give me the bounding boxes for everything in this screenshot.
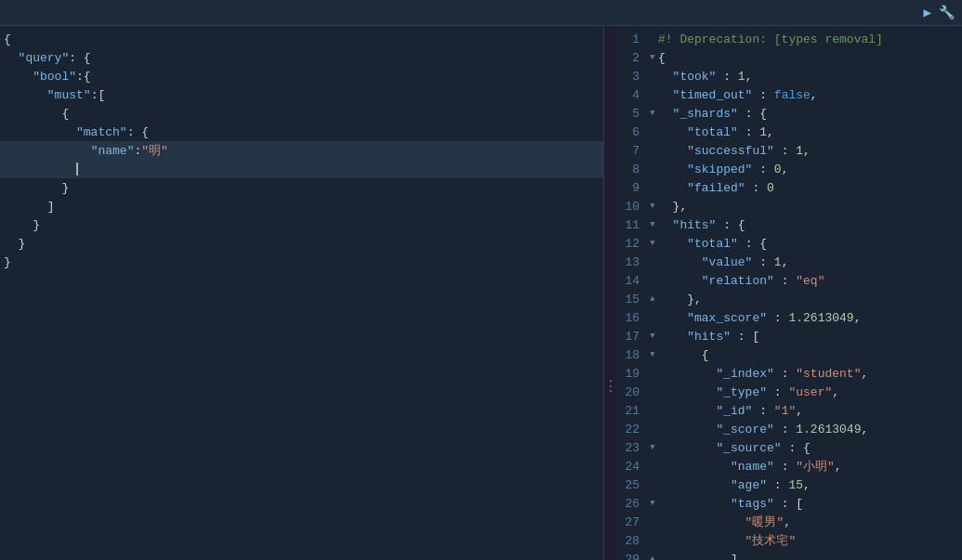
code-token-punct: :{ [76,70,91,84]
line-content: "match": { [76,125,149,139]
code-token-punct: }, [658,200,687,214]
fold-toggle[interactable] [647,480,658,489]
line-number: 6 [621,125,647,139]
right-line: 22 "_score" : 1.2613049, [617,420,962,438]
right-line: 28 "技术宅" [617,531,962,550]
code-token-key: "hits" [658,218,716,232]
fold-toggle[interactable]: ▼ [647,220,658,229]
code-token-number: 15 [788,478,803,492]
fold-toggle[interactable] [647,164,658,174]
code-token-key: "_type" [658,385,767,399]
fold-toggle[interactable]: ▼ [647,202,658,211]
fold-toggle[interactable] [647,462,658,471]
line-number: 2 [621,51,647,65]
line-number: 24 [621,460,647,474]
code-token-punct: , [796,404,803,418]
right-line: 18▼ { [617,345,962,364]
code-token-punct: , [810,88,818,102]
left-line [0,160,603,178]
fold-toggle[interactable]: ▼ [647,443,658,452]
code-token-punct: : [774,460,796,474]
line-content: }, [658,200,687,214]
fold-toggle[interactable] [647,146,658,155]
line-content: "max_score" : 1.2613049, [658,311,861,325]
code-token-punct: } [19,237,26,251]
line-number: 3 [621,70,647,84]
fold-toggle[interactable] [647,183,658,192]
line-content: "_source" : { [658,441,810,455]
fold-toggle[interactable] [647,424,658,434]
fold-toggle[interactable]: ▼ [647,350,658,359]
line-content: #! Deprecation: [types removal] [658,33,883,46]
code-token-punct: : { [738,237,767,251]
line-number: 14 [621,274,647,288]
fold-toggle[interactable] [647,406,658,415]
left-line: { [0,30,603,48]
fold-toggle[interactable] [647,369,658,378]
code-token-punct: : [767,385,788,399]
right-line: 17▼ "hits" : [ [617,327,962,345]
line-content: } [33,218,40,232]
code-token-key: "total" [658,125,738,139]
code-token-punct: , [745,70,753,84]
right-line: 5▼ "_shards" : { [617,104,962,123]
fold-toggle[interactable]: ▼ [647,109,658,118]
right-line: 20 "_type" : "user", [617,383,962,401]
code-token-key: "must" [47,88,91,102]
fold-toggle[interactable]: ▼ [647,499,658,508]
query-editor[interactable]: { "query": { "bool":{ "must":[ { "match"… [0,26,604,560]
code-token-punct: : [752,163,773,176]
code-token-punct: : [774,423,796,436]
left-line: "must":[ [0,85,603,104]
code-token-punct: : { [782,441,810,455]
line-content: "_score" : 1.2613049, [658,423,868,436]
code-token-punct: : [767,311,788,325]
fold-toggle[interactable]: ▲ [647,554,658,560]
code-token-punct: { [4,33,11,46]
fold-toggle[interactable] [647,257,658,267]
left-line: "bool":{ [0,67,603,85]
fold-toggle[interactable] [647,387,658,397]
code-token-punct: } [33,218,40,232]
code-token-punct: } [61,181,69,195]
fold-toggle[interactable] [647,536,658,545]
right-line: 27 "暖男", [617,513,962,531]
fold-toggle[interactable]: ▼ [647,53,658,62]
code-token-key: "match" [76,125,127,139]
line-content: "total" : 1, [658,125,774,139]
indent [4,125,76,139]
fold-toggle[interactable] [647,276,658,285]
code-token-punct: , [835,460,842,474]
code-token-key: "_index" [658,367,774,381]
fold-toggle[interactable] [647,313,658,322]
line-content: "timed_out" : false, [658,88,818,102]
fold-toggle[interactable] [647,72,658,81]
fold-toggle[interactable] [647,127,658,137]
code-token-punct: , [782,163,789,176]
code-token-punct: : { [127,125,149,139]
line-number: 18 [621,348,647,362]
run-button[interactable]: ▶ [924,5,931,20]
response-code-area: 1 #! Deprecation: [types removal]2▼{3 "t… [617,26,962,560]
fold-toggle[interactable]: ▼ [647,332,658,341]
fold-toggle[interactable]: ▲ [647,294,658,304]
fold-toggle[interactable] [647,90,658,99]
indent [4,70,33,84]
line-number: 17 [621,330,647,344]
left-line: { [0,104,603,123]
line-content: "took" : 1, [658,70,752,84]
code-token-punct: }, [658,293,702,306]
fold-toggle[interactable] [647,34,658,44]
code-token-punct: : { [716,218,745,232]
line-number: 5 [621,107,647,121]
indent [4,237,19,251]
right-line: 4 "timed_out" : false, [617,85,962,104]
line-number: 13 [621,255,647,269]
code-token-string: "eq" [796,274,824,288]
line-content: "value" : 1, [658,255,788,269]
code-token-punct: , [784,515,791,529]
fold-toggle[interactable]: ▼ [647,239,658,248]
code-token-string: "1" [774,404,796,418]
tools-button[interactable]: 🔧 [939,5,955,20]
fold-toggle[interactable] [647,517,658,527]
